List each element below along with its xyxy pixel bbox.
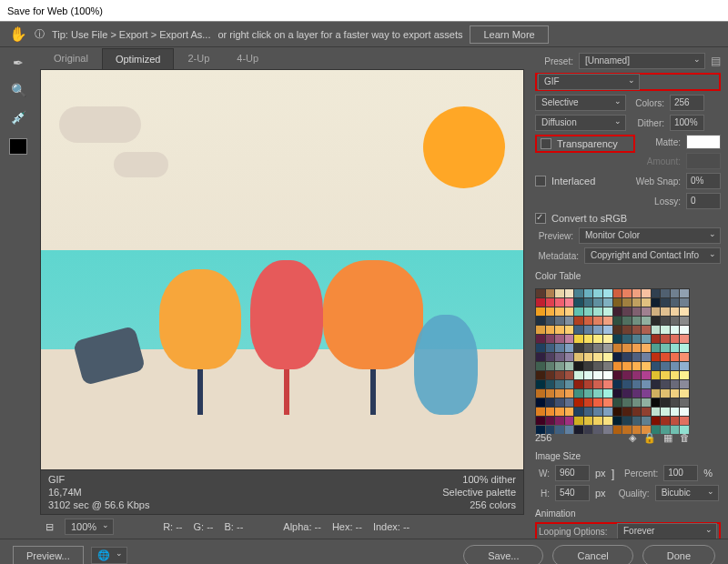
learn-more-button[interactable]: Learn More: [470, 25, 548, 44]
image-size-title: Image Size: [535, 451, 721, 461]
color-table[interactable]: [535, 288, 690, 425]
height-input[interactable]: 540: [555, 485, 590, 501]
looping-label: Looping Options:: [539, 527, 612, 537]
tab-2up[interactable]: 2-Up: [174, 47, 223, 69]
zoom-dropdown[interactable]: 100%: [65, 519, 114, 535]
tip-bar: ✋ ⓘ Tip: Use File > Export > Export As..…: [0, 22, 728, 47]
tab-optimized[interactable]: Optimized: [102, 48, 175, 69]
metadata-label: Metadata:: [535, 251, 579, 261]
percent-label: Percent:: [620, 468, 658, 478]
looping-dropdown[interactable]: Forever: [617, 523, 717, 539]
metadata-dropdown[interactable]: Copyright and Contact Info: [584, 247, 721, 264]
color-count: 256: [535, 432, 551, 444]
main-area: ✒ 🔍 💉 Original Optimized 2-Up 4-Up: [0, 47, 728, 539]
ct-trash-icon[interactable]: 🗑: [680, 432, 690, 444]
lossy-input[interactable]: 0: [686, 193, 721, 209]
image-preview[interactable]: [40, 69, 524, 470]
tool-palette: ✒ 🔍 💉: [0, 47, 36, 539]
done-button[interactable]: Done: [642, 545, 715, 565]
save-button[interactable]: Save...: [463, 545, 543, 565]
info-format: GIF: [48, 474, 149, 485]
b-value: B: --: [225, 521, 244, 532]
eyedropper-tool-icon[interactable]: 💉: [8, 107, 28, 127]
interlaced-label: Interlaced: [551, 176, 595, 186]
color-swatch[interactable]: [9, 138, 27, 155]
zoom-tool-icon[interactable]: 🔍: [8, 80, 28, 100]
index-value: Index: --: [373, 521, 410, 532]
matte-label: Matte:: [642, 137, 681, 147]
hand-icon: ✋: [9, 25, 27, 43]
ct-icon-3[interactable]: ▦: [663, 432, 672, 444]
r-value: R: --: [163, 521, 182, 532]
preview-dropdown[interactable]: Monitor Color: [579, 227, 721, 244]
preview-artwork: [41, 70, 523, 469]
settings-panel: Preset: [Unnamed] ▤ GIF Selective Colors…: [528, 47, 728, 539]
info-colors: 256 colors: [442, 499, 516, 510]
transparency-checkbox[interactable]: [541, 138, 551, 149]
dither-label: Dither:: [632, 118, 664, 128]
browser-dropdown[interactable]: 🌐: [91, 547, 127, 564]
quality-label: Quality:: [612, 488, 650, 499]
preview-button[interactable]: Preview...: [13, 546, 84, 565]
g-value: G: --: [194, 521, 214, 532]
info-dither: 100% dither: [442, 474, 516, 485]
status-bar: ⊟ 100% R: -- G: -- B: -- Alpha: -- Hex: …: [40, 515, 524, 539]
info-size: 16,74M: [48, 487, 149, 498]
info-left: GIF 16,74M 3102 sec @ 56.6 Kbps: [48, 474, 149, 510]
width-label: W:: [535, 468, 550, 478]
preview-label: Preview:: [535, 231, 573, 241]
pen-tool-icon[interactable]: ✒: [8, 53, 28, 73]
panel-menu-icon[interactable]: ▤: [711, 55, 721, 67]
title-bar: Save for Web (100%): [0, 0, 728, 22]
px-1: px: [595, 468, 606, 478]
info-right: 100% dither Selective palette 256 colors: [442, 474, 516, 510]
preset-label: Preset:: [535, 56, 573, 66]
cancel-button[interactable]: Cancel: [552, 545, 632, 565]
tip-text-1: Tip: Use File > Export > Export As...: [52, 29, 210, 40]
preview-info: GIF 16,74M 3102 sec @ 56.6 Kbps 100% dit…: [40, 470, 524, 515]
color-table-toolbar: 256 ◈ 🔒 ▦ 🗑: [535, 432, 690, 444]
websnap-input[interactable]: 0%: [686, 173, 721, 189]
dither-method-dropdown[interactable]: Diffusion: [535, 115, 626, 131]
amount-label: Amount:: [642, 156, 681, 166]
link-icon[interactable]: ]: [612, 467, 615, 480]
fit-icon[interactable]: ⊟: [46, 521, 54, 533]
color-table-title: Color Table: [535, 271, 721, 281]
percent-sign: %: [703, 468, 713, 478]
tab-original[interactable]: Original: [40, 47, 102, 69]
quality-dropdown[interactable]: Bicubic: [655, 485, 719, 501]
matte-swatch[interactable]: [686, 135, 721, 149]
colors-input[interactable]: 256: [670, 95, 704, 111]
lossy-label: Lossy:: [642, 196, 681, 206]
preview-tabs: Original Optimized 2-Up 4-Up: [40, 47, 524, 69]
percent-input[interactable]: 100: [663, 465, 698, 481]
srgb-label: Convert to sRGB: [551, 213, 627, 224]
websnap-label: Web Snap:: [633, 176, 681, 186]
height-label: H:: [535, 488, 550, 499]
dialog-footer: Preview... 🌐 Save... Cancel Done: [0, 539, 728, 564]
animation-title: Animation: [535, 509, 721, 519]
color-reduction-dropdown[interactable]: Selective: [535, 95, 626, 111]
amount-input: [686, 153, 721, 169]
dither-input[interactable]: 100%: [670, 115, 704, 131]
alpha-value: Alpha: --: [283, 521, 321, 532]
ct-lock-icon[interactable]: 🔒: [643, 432, 656, 444]
info-icon: ⓘ: [35, 27, 45, 41]
tab-4up[interactable]: 4-Up: [223, 47, 272, 69]
tip-text-2: or right click on a layer for a faster w…: [217, 29, 462, 40]
colors-label: Colors:: [632, 98, 664, 108]
srgb-checkbox[interactable]: [535, 213, 546, 224]
hex-value: Hex: --: [332, 521, 362, 532]
px-2: px: [595, 488, 606, 499]
format-dropdown[interactable]: GIF: [538, 74, 640, 90]
width-input[interactable]: 960: [555, 465, 590, 481]
preview-panel: Original Optimized 2-Up 4-Up: [36, 47, 528, 539]
ct-icon-1[interactable]: ◈: [629, 432, 636, 444]
info-time: 3102 sec @ 56.6 Kbps: [48, 499, 149, 510]
window-title: Save for Web (100%): [7, 5, 103, 16]
info-palette: Selective palette: [442, 487, 516, 498]
preset-dropdown[interactable]: [Unnamed]: [579, 53, 705, 69]
interlaced-checkbox[interactable]: [535, 176, 546, 186]
